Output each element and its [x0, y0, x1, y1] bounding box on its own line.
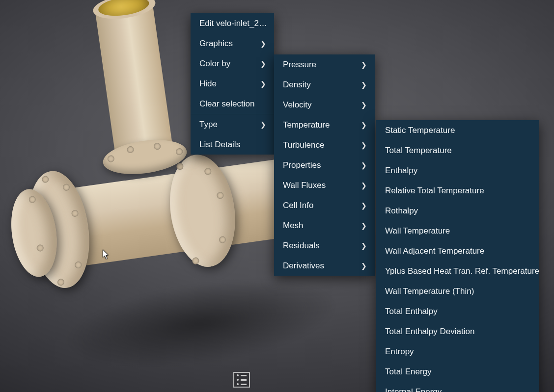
temp-item-total-enthalpy[interactable]: Total Enthalpy — [376, 301, 539, 321]
chevron-right-icon: ❯ — [260, 80, 266, 87]
chevron-right-icon: ❯ — [361, 102, 367, 108]
menu-item-label: Density — [283, 80, 311, 89]
menu-item-label: Edit velo-inlet_2… — [199, 19, 267, 27]
chevron-right-icon: ❯ — [260, 60, 266, 67]
chevron-right-icon: ❯ — [361, 122, 367, 129]
menu-item-label: List Details — [199, 140, 240, 149]
menu-item-label: Rothalpy — [385, 207, 418, 215]
submenu-item-pressure[interactable]: Pressure ❯ — [274, 54, 375, 75]
temp-item-relative-total-temperature[interactable]: Relative Total Temperature — [376, 181, 539, 201]
menu-item-type[interactable]: Type ❯ — [191, 114, 274, 134]
menu-item-label: Graphics — [199, 39, 233, 48]
menu-item-label: Wall Fluxes — [283, 181, 326, 189]
menu-item-label: Wall Adjacent Temperature — [385, 247, 484, 255]
temp-item-yplus-heat-tran-ref-temp[interactable]: Yplus Based Heat Tran. Ref. Temperature — [376, 261, 539, 281]
menu-item-label: Internal Energy — [385, 388, 442, 392]
menu-item-list-details[interactable]: List Details — [191, 134, 274, 155]
chevron-right-icon: ❯ — [361, 162, 367, 169]
temp-item-entropy[interactable]: Entropy — [376, 341, 539, 362]
viewport-3d[interactable]: Edit velo-inlet_2… Graphics ❯ Color by ❯… — [0, 0, 554, 392]
menu-item-label: Relative Total Temperature — [385, 186, 484, 195]
menu-item-label: Derivatives — [283, 261, 324, 270]
temp-item-internal-energy[interactable]: Internal Energy — [376, 382, 539, 392]
chevron-right-icon: ❯ — [260, 121, 266, 128]
submenu-item-cell-info[interactable]: Cell Info ❯ — [274, 195, 375, 215]
menu-item-label: Yplus Based Heat Tran. Ref. Temperature — [385, 267, 539, 275]
temp-item-rothalpy[interactable]: Rothalpy — [376, 201, 539, 221]
temp-item-wall-temperature[interactable]: Wall Temperature — [376, 221, 539, 241]
chevron-right-icon: ❯ — [361, 142, 367, 149]
temp-item-enthalpy[interactable]: Enthalpy — [376, 160, 539, 181]
menu-item-label: Entropy — [385, 347, 414, 356]
chevron-right-icon: ❯ — [361, 202, 367, 209]
menu-item-clear-selection[interactable]: Clear selection — [191, 94, 274, 114]
list-toggle-button[interactable] — [233, 372, 250, 388]
menu-item-label: Total Enthalpy Deviation — [385, 327, 474, 336]
menu-item-label: Total Enthalpy — [385, 307, 438, 315]
temp-item-total-temperature[interactable]: Total Temperature — [376, 140, 539, 160]
submenu-item-temperature[interactable]: Temperature ❯ — [274, 115, 375, 135]
menu-item-label: Color by — [199, 59, 230, 68]
chevron-right-icon: ❯ — [361, 222, 367, 229]
chevron-right-icon: ❯ — [361, 61, 367, 68]
menu-item-label: Static Temperature — [385, 126, 455, 134]
temp-item-wall-adjacent-temperature[interactable]: Wall Adjacent Temperature — [376, 241, 539, 261]
chevron-right-icon: ❯ — [361, 262, 367, 269]
submenu-color-by: Pressure ❯ Density ❯ Velocity ❯ Temperat… — [274, 54, 375, 276]
menu-item-label: Total Energy — [385, 367, 432, 376]
menu-item-label: Mesh — [283, 221, 304, 230]
menu-item-label: Wall Temperature (Thin) — [385, 287, 474, 295]
context-menu: Edit velo-inlet_2… Graphics ❯ Color by ❯… — [191, 13, 274, 155]
chevron-right-icon: ❯ — [361, 182, 367, 189]
submenu-item-properties[interactable]: Properties ❯ — [274, 155, 375, 175]
submenu-item-mesh[interactable]: Mesh ❯ — [274, 215, 375, 235]
menu-item-graphics[interactable]: Graphics ❯ — [191, 33, 274, 53]
submenu-item-velocity[interactable]: Velocity ❯ — [274, 95, 375, 115]
menu-item-edit[interactable]: Edit velo-inlet_2… — [191, 13, 274, 33]
submenu-temperature: Static Temperature Total Temperature Ent… — [376, 120, 539, 392]
menu-item-label: Wall Temperature — [385, 227, 450, 235]
temp-item-total-energy[interactable]: Total Energy — [376, 362, 539, 382]
mouse-cursor-icon — [103, 250, 110, 260]
menu-item-label: Type — [199, 120, 218, 129]
chevron-right-icon: ❯ — [260, 40, 266, 47]
menu-item-color-by[interactable]: Color by ❯ — [191, 53, 274, 74]
temp-item-wall-temperature-thin[interactable]: Wall Temperature (Thin) — [376, 281, 539, 301]
chevron-right-icon: ❯ — [361, 242, 367, 249]
menu-item-label: Pressure — [283, 60, 316, 69]
menu-item-label: Turbulence — [283, 141, 324, 149]
submenu-item-wall-fluxes[interactable]: Wall Fluxes ❯ — [274, 175, 375, 195]
menu-item-label: Cell Info — [283, 201, 313, 209]
menu-item-label: Temperature — [283, 121, 330, 129]
menu-item-label: Enthalpy — [385, 166, 417, 175]
temp-item-total-enthalpy-deviation[interactable]: Total Enthalpy Deviation — [376, 321, 539, 341]
menu-item-label: Total Temperature — [385, 146, 452, 155]
menu-item-hide[interactable]: Hide ❯ — [191, 74, 274, 94]
submenu-item-derivatives[interactable]: Derivatives ❯ — [274, 256, 375, 276]
temp-item-static-temperature[interactable]: Static Temperature — [376, 120, 539, 140]
menu-item-label: Residuals — [283, 241, 320, 250]
submenu-item-density[interactable]: Density ❯ — [274, 75, 375, 95]
menu-item-label: Hide — [199, 79, 217, 88]
chevron-right-icon: ❯ — [361, 81, 367, 88]
menu-item-label: Properties — [283, 161, 321, 169]
submenu-item-residuals[interactable]: Residuals ❯ — [274, 235, 375, 256]
submenu-item-turbulence[interactable]: Turbulence ❯ — [274, 135, 375, 155]
menu-item-label: Clear selection — [199, 100, 254, 108]
menu-item-label: Velocity — [283, 101, 312, 109]
